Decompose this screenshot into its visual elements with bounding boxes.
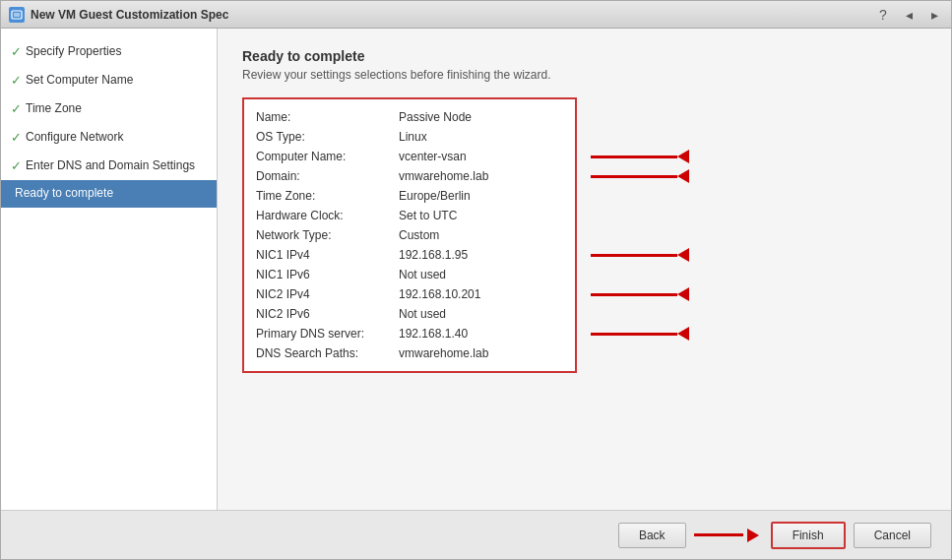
settings-label: Time Zone: [256, 189, 399, 203]
content-area: ✓Specify Properties✓Set Computer Name✓Ti… [1, 29, 951, 510]
settings-table: Name:Passive NodeOS Type:LinuxComputer N… [242, 97, 577, 373]
settings-value: Linux [399, 130, 563, 144]
settings-label: Network Type: [256, 228, 399, 242]
settings-label: Name: [256, 110, 399, 124]
footer: Back Finish Cancel [1, 510, 951, 559]
settings-label: NIC1 IPv6 [256, 268, 399, 281]
table-row: Time Zone:Europe/Berlin [256, 186, 563, 206]
settings-value: Set to UTC [399, 209, 563, 222]
settings-label: NIC2 IPv4 [256, 287, 399, 301]
annotation-arrow [591, 169, 689, 183]
settings-value: 192.168.10.201 [399, 287, 563, 301]
sidebar-item-label: Ready to complete [15, 186, 207, 202]
settings-value: Not used [399, 268, 563, 281]
settings-label: DNS Search Paths: [256, 346, 399, 360]
settings-label: Domain: [256, 169, 399, 183]
table-row: Domain:vmwarehome.lab [256, 166, 563, 186]
settings-label: Computer Name: [256, 150, 399, 163]
settings-label: Hardware Clock: [256, 209, 399, 222]
table-row: Computer Name:vcenter-vsan [256, 147, 563, 166]
minimize-button[interactable]: ◂ [900, 6, 918, 24]
window-title: New VM Guest Customization Spec [31, 8, 228, 22]
sidebar-item-3[interactable]: ✓Time Zone [1, 95, 217, 124]
main-panel: Ready to complete Review your settings s… [218, 29, 951, 510]
settings-value: Not used [399, 307, 563, 321]
settings-value: vcenter-vsan [399, 150, 563, 163]
titlebar-left: New VM Guest Customization Spec [9, 7, 228, 23]
window: New VM Guest Customization Spec ? ◂ ▸ ✓S… [0, 0, 952, 560]
annotation-arrow [591, 248, 689, 262]
sidebar-item-label: Configure Network [26, 130, 207, 146]
table-row: OS Type:Linux [256, 127, 563, 147]
settings-value: vmwarehome.lab [399, 169, 563, 183]
cancel-button[interactable]: Cancel [854, 523, 931, 548]
svg-rect-1 [14, 13, 20, 17]
sidebar-check-icon: ✓ [11, 158, 22, 175]
sidebar: ✓Specify Properties✓Set Computer Name✓Ti… [1, 29, 218, 510]
titlebar-controls: ? ◂ ▸ [874, 6, 943, 24]
table-row: Network Type:Custom [256, 225, 563, 245]
sidebar-check-icon: ✓ [11, 44, 22, 61]
sidebar-check-icon: ✓ [11, 130, 22, 147]
back-button[interactable]: Back [618, 523, 686, 548]
table-row: NIC2 IPv4192.168.10.201 [256, 284, 563, 304]
sidebar-check-icon: ✓ [11, 101, 22, 118]
settings-value: Custom [399, 228, 563, 242]
sidebar-item-6[interactable]: Ready to complete [1, 180, 217, 208]
settings-label: Primary DNS server: [256, 327, 399, 341]
table-row: DNS Search Paths:vmwarehome.lab [256, 343, 563, 363]
settings-label: OS Type: [256, 130, 399, 144]
settings-value: 192.168.1.40 [399, 327, 563, 341]
settings-area: Name:Passive NodeOS Type:LinuxComputer N… [242, 97, 926, 373]
annotation-arrow [591, 327, 689, 341]
maximize-button[interactable]: ▸ [925, 6, 943, 24]
settings-label: NIC1 IPv4 [256, 248, 399, 262]
annotation-arrow [591, 287, 689, 301]
sidebar-item-label: Enter DNS and Domain Settings [26, 158, 207, 174]
table-row: Hardware Clock:Set to UTC [256, 206, 563, 225]
sidebar-item-2[interactable]: ✓Set Computer Name [1, 67, 217, 95]
finish-button[interactable]: Finish [771, 522, 846, 549]
table-row: Name:Passive Node [256, 107, 563, 127]
settings-value: Passive Node [399, 110, 563, 124]
titlebar: New VM Guest Customization Spec ? ◂ ▸ [1, 1, 951, 29]
settings-value: Europe/Berlin [399, 189, 563, 203]
sidebar-item-5[interactable]: ✓Enter DNS and Domain Settings [1, 153, 217, 181]
table-row: NIC1 IPv4192.168.1.95 [256, 245, 563, 265]
vm-icon [9, 7, 25, 23]
back-arrow [694, 529, 759, 542]
sidebar-item-label: Time Zone [26, 101, 207, 117]
table-row: Primary DNS server:192.168.1.40 [256, 324, 563, 343]
settings-value: 192.168.1.95 [399, 248, 563, 262]
settings-label: NIC2 IPv6 [256, 307, 399, 321]
page-subtitle: Review your settings selections before f… [242, 68, 926, 82]
sidebar-item-1[interactable]: ✓Specify Properties [1, 38, 217, 67]
settings-value: vmwarehome.lab [399, 346, 563, 360]
sidebar-check-icon: ✓ [11, 73, 22, 90]
annotation-arrow [591, 150, 689, 163]
sidebar-item-4[interactable]: ✓Configure Network [1, 124, 217, 153]
sidebar-item-label: Specify Properties [26, 44, 207, 60]
table-row: NIC2 IPv6Not used [256, 304, 563, 324]
sidebar-item-label: Set Computer Name [26, 73, 207, 89]
page-title: Ready to complete [242, 48, 926, 64]
table-row: NIC1 IPv6Not used [256, 265, 563, 284]
help-button[interactable]: ? [874, 6, 892, 24]
